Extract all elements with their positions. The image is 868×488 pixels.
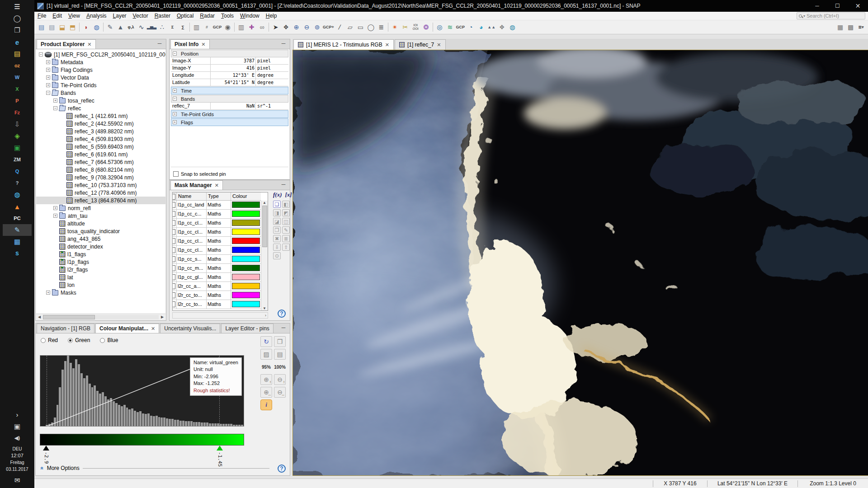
image-tab--1-reflec-7[interactable]: [1] reflec_7✕ <box>395 39 446 50</box>
tree-item-masks[interactable]: +Masks <box>36 289 165 296</box>
import-mask-button[interactable]: ⇩ <box>273 244 281 251</box>
tree-item-ang-443-865[interactable]: ang_443_865 <box>36 235 165 243</box>
taskbar-speaker[interactable]: ◀) <box>3 432 32 444</box>
pixel-info-section-position[interactable]: −Position <box>171 50 288 57</box>
tree-item-l1p-flags[interactable]: l1p_flags <box>36 258 165 266</box>
tab-mask-manager[interactable]: Mask Manager ✕ <box>170 180 223 190</box>
menu-analysis[interactable]: Analysis <box>83 13 110 19</box>
tree-item-reflec-2-442-55902-nm-[interactable]: reflec_2 (442.55902 nm) <box>36 120 165 127</box>
min-slider-handle[interactable] <box>43 446 49 450</box>
toolbar-gcp-tool-icon[interactable]: GCP <box>455 22 466 33</box>
mask-colour-swatch[interactable] <box>232 202 260 208</box>
toolbar-ioi-ooi-icon[interactable]: IOI OOI <box>410 22 421 33</box>
toolbar-select-tool-icon[interactable]: ➤ <box>270 22 281 33</box>
taskbar-expand-chevron[interactable]: › <box>3 409 32 421</box>
mask-visibility-checkbox[interactable] <box>173 282 177 291</box>
taskbar-item-app-green-2[interactable]: ▣ <box>3 142 32 154</box>
toolbar-zoom-in-icon[interactable]: ⊕ <box>291 22 302 33</box>
tree-item-reflec-1-412-691-nm-[interactable]: reflec_1 (412.691 nm) <box>36 112 165 120</box>
mask-row[interactable]: l1p_cc_m...Maths <box>173 264 261 273</box>
toolbar-globe-icon[interactable]: ◕ <box>476 22 486 33</box>
taskbar-item-help-app[interactable]: ? <box>3 177 32 189</box>
taskbar-item-vlc[interactable]: ▲ <box>3 201 32 212</box>
menu-radar[interactable]: Radar <box>197 13 218 19</box>
mask-complement-button[interactable]: ◫ <box>282 218 290 225</box>
toolbar-scatter-plot-icon[interactable]: ∴ <box>157 22 167 33</box>
tree-item-reflec-12-778-40906-nm-[interactable]: reflec_12 (778.40906 nm) <box>36 189 165 197</box>
toolbar-globe-2-icon[interactable]: ◍ <box>507 22 518 33</box>
tree-item-atm-tau[interactable]: +atm_tau <box>36 212 165 220</box>
taskbar-item-usb-device[interactable]: ⇩ <box>3 118 32 130</box>
tree-item-reflec-5-559-69403-nm-[interactable]: reflec_5 (559.69403 nm) <box>36 143 165 150</box>
column-header-type[interactable]: Type <box>207 192 231 200</box>
collapse-icon[interactable]: − <box>173 97 177 101</box>
pixel-info-section-time[interactable]: +Time <box>171 87 288 94</box>
taskbar-item-powerpoint[interactable]: P <box>3 95 32 107</box>
menu-layer[interactable]: Layer <box>110 13 130 19</box>
pixel-info-section-bands[interactable]: −Bands <box>171 95 288 103</box>
tab-navigation-1-rgb[interactable]: Navigation - [1] RGB <box>37 324 94 333</box>
expand-icon[interactable]: + <box>53 99 57 103</box>
mask-row[interactable]: l1p_cc_c...Maths <box>173 210 261 219</box>
keyboard-language[interactable]: DEU <box>6 446 28 453</box>
toolbar-zoom-all-icon[interactable]: ⊚ <box>312 22 322 33</box>
toolbar-statistics-icon[interactable]: ∑ <box>178 22 188 33</box>
toolbar-tile-horizontally-icon[interactable]: ▦ <box>835 22 845 33</box>
taskbar-display-project[interactable]: ▣ <box>3 421 32 432</box>
toolbar-geo-locate-icon[interactable]: ◎ <box>434 22 445 33</box>
tree-item-vector-data[interactable]: +Vector Data <box>36 74 165 81</box>
tree-item-bands[interactable]: −Bands <box>36 89 165 97</box>
scroll-thumb[interactable] <box>43 315 95 319</box>
collapse-icon[interactable]: − <box>173 52 177 56</box>
taskbar-item-app-green-1[interactable]: ◈ <box>3 130 32 142</box>
toolbar-pin-manager-icon[interactable]: ◉ <box>222 22 233 33</box>
tree-item-reflec-3-489-88202-nm-[interactable]: reflec_3 (489.88202 nm) <box>36 127 165 135</box>
tree-item-detector-index[interactable]: detector_index <box>36 243 165 250</box>
tab-pixel-info[interactable]: Pixel Info ✕ <box>170 39 210 49</box>
export-mask-button[interactable]: ⇧ <box>282 244 290 251</box>
collapse-icon[interactable]: − <box>39 52 43 56</box>
toolbar-window-list-icon[interactable]: ≣▾ <box>856 22 866 33</box>
delete-mask-button[interactable]: ✖ <box>273 235 281 242</box>
zoom-out-horizontal-button[interactable]: ⊖↔ <box>274 387 286 398</box>
close-icon[interactable]: ✕ <box>201 42 205 47</box>
toolbar-dem-tool-icon[interactable]: ▲▲ <box>486 22 497 33</box>
expand-icon[interactable]: + <box>46 291 50 295</box>
taskbar-item-start-menu[interactable]: ☰ <box>3 1 32 13</box>
toolbar-measure-icon[interactable]: ▲ <box>115 22 126 33</box>
close-icon[interactable]: ✕ <box>151 326 155 332</box>
toolbar-geo-coding-icon[interactable]: φ,λ <box>126 22 136 33</box>
toolbar-draw-line-icon[interactable]: ╱ <box>335 22 345 33</box>
toolbar-palette-icon[interactable]: ❖ <box>497 22 507 33</box>
toolbar-pencil-icon[interactable]: ✎ <box>105 22 115 33</box>
tree-item-lat[interactable]: lat <box>36 273 165 281</box>
close-icon[interactable]: ✕ <box>437 42 441 48</box>
menu-view[interactable]: View <box>65 13 83 19</box>
channel-radio-blue[interactable]: Blue <box>100 337 118 343</box>
taskbar-item-snap-app[interactable]: ✎ <box>3 224 32 236</box>
mask-colour-swatch[interactable] <box>232 274 260 280</box>
toolbar-import-product-icon[interactable]: ⬒ <box>67 22 78 33</box>
transfer-mask-button[interactable]: ≣ <box>282 235 290 242</box>
taskbar-item-excel[interactable]: X <box>3 83 32 95</box>
scroll-thumb[interactable] <box>262 206 267 247</box>
mask-visibility-checkbox[interactable] <box>173 264 177 272</box>
zoom-to-mask-button[interactable]: ⊙ <box>273 252 281 259</box>
toolbar-grapes-processor-icon[interactable]: ❂ <box>421 22 431 33</box>
horizontal-scroll-hint[interactable]: › <box>172 312 268 319</box>
mask-colour-swatch[interactable] <box>232 265 260 271</box>
menu-window[interactable]: Window <box>237 13 263 19</box>
menu-file[interactable]: File <box>34 13 49 19</box>
menu-help[interactable]: Help <box>263 13 280 19</box>
minimize-panel-button[interactable]: ─ <box>280 41 287 47</box>
mask-visibility-checkbox[interactable] <box>173 291 177 300</box>
mask-visibility-checkbox[interactable] <box>173 237 177 245</box>
satellite-image-view[interactable] <box>292 50 868 476</box>
toolbar-open-product-icon[interactable]: ⬓ <box>57 22 67 33</box>
expand-icon[interactable]: + <box>53 214 57 218</box>
multi-assign-button[interactable]: ❐ <box>274 336 286 347</box>
tab-product-explorer[interactable]: Product Explorer ✕ <box>37 39 96 49</box>
scroll-left-icon[interactable]: ◀ <box>36 315 42 319</box>
expand-icon[interactable]: + <box>46 83 50 87</box>
zoom-in-vertical-button[interactable]: ⊕↕ <box>260 374 272 385</box>
